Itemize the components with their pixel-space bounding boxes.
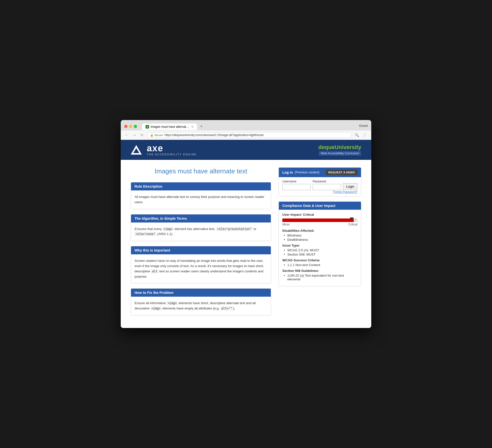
- traffic-lights: [124, 125, 137, 128]
- axe-logo: axe THE ACCESSIBILITY ENGINE: [131, 144, 197, 156]
- guest-label: Guest: [359, 124, 368, 129]
- axe-brand-subtitle: THE ACCESSIBILITY ENGINE: [147, 153, 197, 156]
- login-header: Log in (Premium content) REQUEST A DEMO: [279, 168, 361, 177]
- wcag-title: WCAG Success Criteria:: [282, 258, 357, 262]
- compliance-header: Compliance Data & User Impact: [279, 202, 361, 210]
- url-display: https://dequeuniversity.com/rules/axe/2.…: [165, 133, 264, 137]
- close-button[interactable]: [124, 125, 128, 128]
- role-none-code: role="none": [135, 232, 156, 236]
- user-impact-label: User Impact: Critical: [282, 213, 357, 216]
- main-area: Images must have alternate text Rule Des…: [121, 160, 371, 328]
- maximize-button[interactable]: [134, 125, 137, 128]
- tab-title: Images must have alternate te...: [151, 125, 190, 129]
- forward-button[interactable]: →: [132, 132, 137, 138]
- request-demo-button[interactable]: REQUEST A DEMO: [326, 170, 357, 175]
- address-bar[interactable]: 🔒 Secure https://dequeuniversity.com/rul…: [147, 132, 352, 138]
- impact-slider: Minor Critical: [282, 218, 357, 226]
- login-body: Username: Password: Login Forgot Passwor…: [279, 177, 361, 196]
- secure-badge: 🔒 Secure: [150, 134, 163, 137]
- impact-min-label: Minor: [282, 223, 290, 226]
- deque-logo-left: deque: [318, 144, 335, 150]
- algorithm-section: The Algorithm, in Simple Terms Ensures t…: [131, 214, 271, 241]
- algorithm-header: The Algorithm, in Simple Terms: [131, 214, 271, 222]
- issue-type-title: Issue Type:: [282, 244, 357, 247]
- login-subtitle: (Premium content): [294, 171, 319, 174]
- username-field: Username:: [282, 180, 311, 190]
- disabilities-list: Blindness Deafblindness: [282, 234, 357, 242]
- compliance-body: User Impact: Critical Minor Critical: [279, 210, 361, 286]
- why-important-section: Why this is Important Screen readers hav…: [131, 246, 271, 283]
- menu-button[interactable]: ⋮: [362, 132, 368, 138]
- browser-addressbar: ← → ↻ 🔒 Secure https://dequeuniversity.c…: [121, 130, 371, 140]
- deque-university-logo: dequeUniversity Web Accessibility Curric…: [318, 144, 361, 156]
- deque-logo-text: dequeUniversity: [318, 144, 361, 151]
- back-button[interactable]: ←: [124, 132, 130, 138]
- lock-icon: 🔒: [150, 134, 154, 137]
- img-tag-code: <img>: [163, 227, 174, 231]
- minimize-button[interactable]: [129, 125, 132, 128]
- how-to-fix-body: Ensure all informative <img> elements ha…: [131, 297, 271, 315]
- rule-description-header: Rule Description: [131, 182, 271, 190]
- impact-slider-thumb-icon: [350, 217, 354, 220]
- alt-code: alt: [151, 269, 159, 273]
- list-item: Section 508: MUST: [287, 253, 357, 256]
- disabilities-section: Disabilities Affected: Blindness Deafbli…: [282, 229, 357, 242]
- tab-favicon-icon: d: [146, 125, 149, 129]
- site-header: axe THE ACCESSIBILITY ENGINE dequeUniver…: [121, 140, 371, 160]
- axe-brand-name: axe: [147, 144, 197, 153]
- list-item: Deafblindness: [287, 238, 357, 242]
- section508-section: Section 508 Guidelines: 1194.22 (a) Text…: [282, 269, 357, 281]
- axe-text: axe THE ACCESSIBILITY ENGINE: [147, 144, 197, 156]
- tab-bar: d Images must have alternate te... ✕ +: [142, 123, 356, 130]
- rule-description-body: All images must have alternate text to c…: [131, 190, 271, 209]
- how-to-fix-header: How to Fix the Problem: [131, 289, 271, 297]
- section508-title: Section 508 Guidelines:: [282, 269, 357, 273]
- disabilities-title: Disabilities Affected:: [282, 229, 357, 233]
- img-code-fix: <img>: [167, 301, 178, 305]
- list-item: 1194.22 (a) Text equivalent for non-text…: [287, 274, 357, 281]
- search-button[interactable]: 🔍: [354, 132, 360, 138]
- compliance-box: Compliance Data & User Impact User Impac…: [279, 201, 361, 286]
- password-field: Password:: [313, 180, 341, 190]
- login-title: Log in: [282, 170, 293, 174]
- deque-subtitle: Web Accessibility Curriculum: [319, 151, 361, 156]
- algorithm-body: Ensures that every <img> element has alt…: [131, 222, 271, 241]
- login-header-left: Log in (Premium content): [282, 170, 319, 174]
- refresh-button[interactable]: ↻: [139, 132, 145, 138]
- issue-type-list: WCAG 2.0 (A): MUST Section 508: MUST: [282, 248, 357, 256]
- login-button[interactable]: Login: [343, 183, 357, 190]
- login-fields-row: Username: Password: Login: [282, 180, 357, 190]
- img-code-decorative: <img>: [151, 306, 162, 310]
- forgot-password-link[interactable]: Forgot Password?: [282, 190, 357, 194]
- issue-type-section: Issue Type: WCAG 2.0 (A): MUST Section 5…: [282, 244, 357, 256]
- login-box: Log in (Premium content) REQUEST A DEMO …: [279, 167, 361, 196]
- page-title: Images must have alternate text: [131, 167, 271, 175]
- impact-slider-track: [282, 218, 357, 222]
- username-input[interactable]: [282, 184, 311, 190]
- impact-labels: Minor Critical: [282, 223, 357, 226]
- how-to-fix-section: How to Fix the Problem Ensure all inform…: [131, 288, 271, 315]
- wcag-section: WCAG Success Criteria: 1.1.1 Non-text Co…: [282, 258, 357, 267]
- url-full: https://dequeuniversity.com/rules/axe/2.…: [165, 133, 264, 137]
- list-item: WCAG 2.0 (A): MUST: [287, 248, 357, 252]
- why-important-body: Screen readers have no way of translatin…: [131, 254, 271, 283]
- deque-logo-right: University: [335, 144, 361, 150]
- password-input[interactable]: [313, 184, 341, 190]
- impact-max-label: Critical: [348, 223, 357, 226]
- rule-description-section: Rule Description All images must have al…: [131, 182, 271, 209]
- role-presentation-code: role="presentation": [216, 227, 253, 231]
- list-item: Blindness: [287, 234, 357, 237]
- tab-close-icon[interactable]: ✕: [191, 125, 194, 129]
- browser-titlebar: d Images must have alternate te... ✕ + G…: [121, 120, 371, 130]
- left-column: Images must have alternate text Rule Des…: [131, 167, 271, 320]
- list-item: 1.1.1 Non-text Content: [287, 263, 357, 267]
- alt-empty-code: alt="": [220, 306, 233, 310]
- browser-window: d Images must have alternate te... ✕ + G…: [121, 120, 371, 328]
- active-tab[interactable]: d Images must have alternate te... ✕: [142, 124, 197, 130]
- why-important-header: Why this is Important: [131, 246, 271, 254]
- password-label: Password:: [313, 180, 341, 183]
- axe-triangle-icon: [131, 145, 142, 155]
- username-label: Username:: [282, 180, 311, 183]
- new-tab-button[interactable]: +: [197, 123, 205, 130]
- axe-triangle-container: [131, 145, 142, 155]
